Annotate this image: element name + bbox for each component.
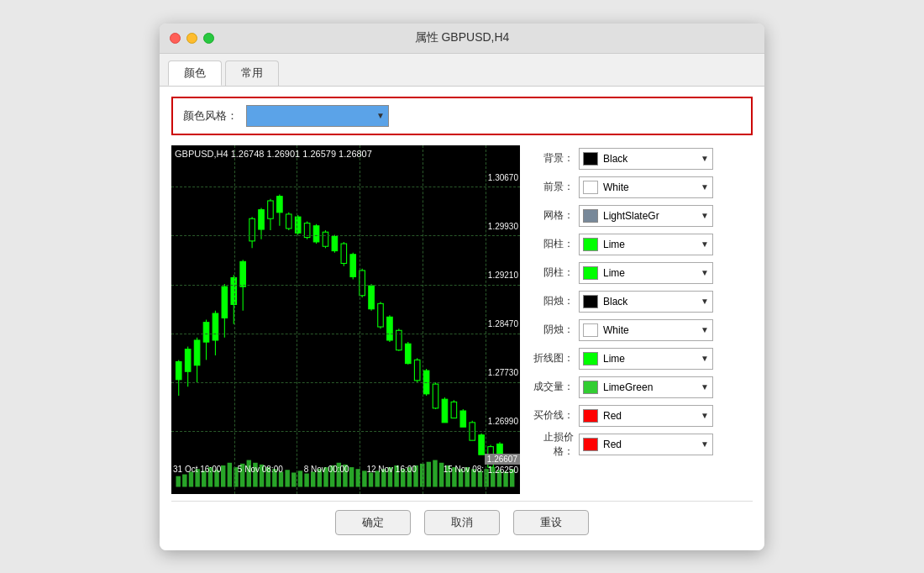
cancel-button[interactable]: 取消 [424,510,500,535]
tab-color[interactable]: 颜色 [168,60,222,86]
foreground-dropdown[interactable]: White ▼ [579,176,713,198]
prop-label-bullcandle: 阳烛： [530,294,574,308]
prop-label-askline: 买价线： [530,408,574,423]
tab-common[interactable]: 常用 [225,60,279,86]
grid-value: LightSlateGr [603,210,699,222]
confirm-button[interactable]: 确定 [335,510,411,535]
svg-rect-18 [249,218,255,241]
stoploss-dropdown[interactable]: Red ▼ [579,434,713,455]
price-label-3: 1.29210 [488,271,518,280]
svg-rect-64 [460,411,466,427]
minimize-button[interactable] [186,33,197,44]
bearcandle-swatch [583,323,598,337]
prop-label-linechart: 折线图： [530,351,574,365]
color-style-row: 颜色风格： ▼ [171,97,753,135]
chart-symbol: GBPUSD,H4 [175,149,231,159]
volume-dropdown[interactable]: LimeGreen ▼ [579,376,713,398]
prop-row-stoploss: 止损价格： Red ▼ [530,431,753,458]
chart-ohlc: 1.26748 1.26901 1.26579 1.26807 [231,149,372,159]
reset-button[interactable]: 重设 [513,510,589,535]
linechart-value: Lime [603,353,699,365]
linechart-dropdown[interactable]: Lime ▼ [579,348,713,370]
askline-swatch [583,409,598,423]
prop-row-volume: 成交量： LimeGreen ▼ [530,374,753,401]
color-style-label: 颜色风格： [183,108,238,124]
prop-label-foreground: 前景： [530,180,574,194]
svg-rect-22 [268,200,274,218]
bearcandle-arrow-icon: ▼ [701,325,709,334]
bullcandle-swatch [583,295,598,308]
svg-rect-6 [194,339,200,365]
svg-rect-74 [182,474,186,486]
askline-dropdown[interactable]: Red ▼ [579,405,713,427]
svg-rect-4 [185,349,191,371]
svg-rect-36 [332,236,338,250]
foreground-swatch [583,181,598,194]
price-label-6: 1.26990 [488,417,518,426]
volume-arrow-icon: ▼ [701,382,709,392]
svg-rect-2 [176,361,181,379]
svg-rect-94 [311,471,315,486]
bearbar-dropdown[interactable]: Lime ▼ [579,262,713,284]
traffic-lights [170,33,214,44]
svg-rect-81 [228,462,232,486]
svg-rect-62 [451,402,457,418]
svg-rect-75 [189,471,193,486]
svg-rect-12 [222,286,228,318]
svg-rect-112 [427,461,431,486]
stoploss-swatch [583,438,598,451]
prop-label-background: 背景： [530,151,574,166]
bearcandle-value: White [603,324,699,336]
price-label-7: 1.26250 [488,465,518,475]
close-button[interactable] [170,33,181,44]
bearbar-arrow-icon: ▼ [701,268,709,277]
time-label-5: 15 Nov 08: [444,465,484,474]
background-value: Black [603,153,699,165]
linechart-swatch [583,352,598,365]
askline-value: Red [603,410,699,422]
volume-value: LimeGreen [603,381,699,393]
foreground-value: White [603,181,699,193]
grid-dropdown[interactable]: LightSlateGr ▼ [579,205,713,227]
main-row: GBPUSD,H4 1.26748 1.26901 1.26579 1.2680… [171,145,753,494]
bearcandle-dropdown[interactable]: White ▼ [579,319,713,341]
svg-rect-68 [479,434,485,454]
color-style-dropdown[interactable]: ▼ [246,105,389,127]
background-arrow-icon: ▼ [701,154,709,163]
titlebar: 属性 GBPUSD,H4 [160,24,764,54]
maximize-button[interactable] [203,33,214,44]
bearbar-swatch [583,266,598,280]
svg-rect-10 [213,313,218,340]
tabs-row: 颜色 常用 [160,54,764,86]
main-window: 属性 GBPUSD,H4 颜色 常用 颜色风格： ▼ GBPUSD,H4 1.2… [160,24,764,550]
grid-arrow-icon: ▼ [701,211,709,220]
prop-row-bullcandle: 阳烛： Black ▼ [530,288,753,315]
candlestick-chart [171,145,520,494]
svg-rect-80 [221,465,225,486]
svg-rect-40 [350,254,356,276]
svg-rect-93 [304,473,308,486]
dropdown-arrow-icon: ▼ [376,111,385,120]
svg-rect-100 [349,467,354,486]
svg-rect-44 [369,286,375,309]
bullbar-dropdown[interactable]: Lime ▼ [579,234,713,255]
svg-rect-91 [291,472,296,486]
stoploss-arrow-icon: ▼ [701,439,709,449]
right-panel: 背景： Black ▼ 前景： White ▼ 网格 [530,145,753,494]
bullcandle-dropdown[interactable]: Black ▼ [579,291,713,313]
bullcandle-value: Black [603,296,699,308]
prop-label-volume: 成交量： [530,380,574,394]
prop-row-grid: 网格： LightSlateGr ▼ [530,202,753,229]
prop-row-askline: 买价线： Red ▼ [530,402,753,429]
svg-rect-54 [414,360,420,380]
svg-rect-60 [442,399,448,423]
bearbar-value: Lime [603,267,699,279]
svg-rect-90 [285,470,289,486]
time-label-1: 31 Oct 16:00 [173,465,221,474]
chart-info: GBPUSD,H4 1.26748 1.26901 1.26579 1.2680… [175,149,372,159]
prop-label-bearbar: 阴柱： [530,265,574,280]
svg-rect-8 [203,322,209,341]
svg-rect-26 [286,213,292,228]
svg-rect-24 [277,196,283,212]
background-dropdown[interactable]: Black ▼ [579,148,713,170]
